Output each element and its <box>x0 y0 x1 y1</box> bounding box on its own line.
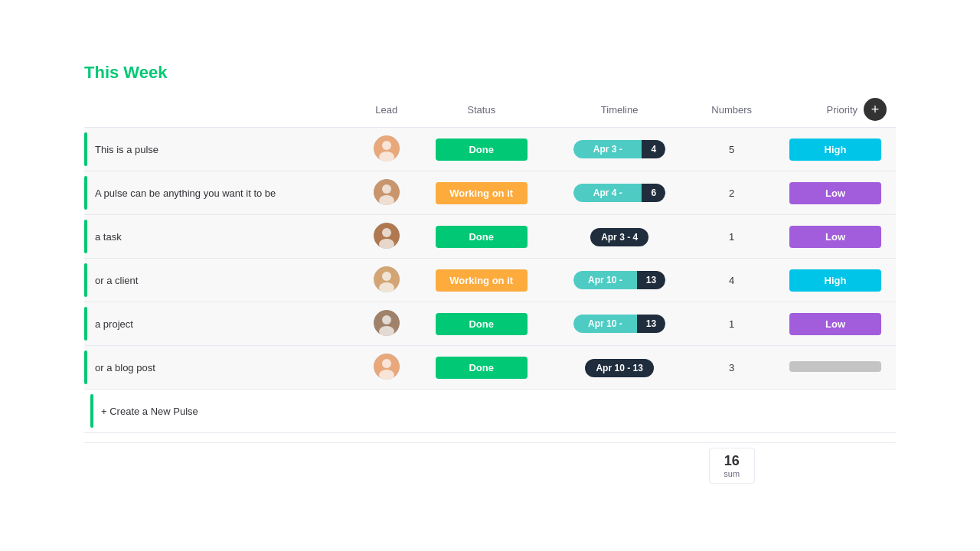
timeline-badge: Apr 10 - 13 <box>573 269 665 292</box>
row-priority-cell[interactable]: Low <box>775 215 896 259</box>
priority-badge: Low <box>789 313 881 335</box>
timeline-badge: Apr 4 - 6 <box>573 181 665 204</box>
create-pulse-label[interactable]: + Create a New Pulse <box>101 406 198 417</box>
row-lead-cell[interactable] <box>361 171 413 215</box>
status-badge: Done <box>436 313 528 335</box>
timeline-badge: Apr 10 - 13 <box>573 312 665 335</box>
status-badge: Working on it <box>436 269 528 292</box>
avatar <box>374 135 400 161</box>
summary-numbers-cell: 16 sum <box>688 443 775 489</box>
row-priority-cell[interactable] <box>775 346 896 390</box>
priority-badge <box>789 361 881 372</box>
row-number-cell: 5 <box>688 128 775 171</box>
row-number-cell: 2 <box>688 171 775 215</box>
col-header-name <box>84 92 361 128</box>
row-timeline-cell[interactable]: Apr 10 - 13 <box>550 346 688 390</box>
timeline-badge: Apr 10 - 13 <box>585 359 653 377</box>
col-header-timeline: Timeline <box>550 92 688 128</box>
create-pulse-cell[interactable]: + Create a New Pulse <box>84 390 896 433</box>
row-timeline-cell[interactable]: Apr 10 - 13 <box>550 302 688 346</box>
svg-point-16 <box>382 359 391 368</box>
table-row: a task DoneApr 3 - 41Low <box>84 215 896 259</box>
priority-badge: High <box>789 269 881 292</box>
create-pulse-row[interactable]: + Create a New Pulse <box>84 390 896 433</box>
row-timeline-cell[interactable]: Apr 3 - 4 <box>550 215 688 259</box>
row-lead-cell[interactable] <box>361 259 413 302</box>
svg-point-1 <box>382 141 391 150</box>
section-title: This Week <box>84 63 896 83</box>
status-badge: Working on it <box>436 182 528 204</box>
row-lead-cell[interactable] <box>361 302 413 346</box>
priority-badge: Low <box>789 226 881 248</box>
row-number-cell: 1 <box>688 302 775 346</box>
row-name-cell[interactable]: a project <box>84 302 361 346</box>
col-header-status: Status <box>413 92 550 128</box>
row-name-cell[interactable]: a task <box>84 215 361 259</box>
row-lead-cell[interactable] <box>361 346 413 390</box>
col-header-lead: Lead <box>361 92 413 128</box>
row-status-cell[interactable]: Done <box>413 215 550 259</box>
row-priority-cell[interactable]: Low <box>775 302 896 346</box>
svg-point-13 <box>382 315 391 324</box>
svg-point-10 <box>382 272 391 281</box>
row-name: a task <box>95 231 122 243</box>
status-badge: Done <box>436 357 528 379</box>
row-timeline-cell[interactable]: Apr 10 - 13 <box>550 259 688 302</box>
row-name: a project <box>95 318 133 330</box>
row-number-cell: 1 <box>688 215 775 259</box>
avatar <box>374 223 400 249</box>
row-name-cell[interactable]: or a blog post <box>84 346 361 390</box>
row-name-cell[interactable]: or a client <box>84 259 361 302</box>
status-badge: Done <box>436 139 528 161</box>
row-timeline-cell[interactable]: Apr 3 - 4 <box>550 128 688 171</box>
row-name: or a client <box>95 275 138 286</box>
avatar <box>374 266 400 292</box>
row-status-cell[interactable]: Done <box>413 128 550 171</box>
avatar <box>374 179 400 205</box>
spacer-row <box>84 433 896 443</box>
summary-row: 16 sum <box>84 443 896 489</box>
table-row: or a blog post DoneApr 10 - 133 <box>84 346 896 390</box>
row-priority-cell[interactable]: Low <box>775 171 896 215</box>
row-name-cell[interactable]: This is a pulse <box>84 128 361 171</box>
sum-value: 16 <box>717 453 746 469</box>
avatar <box>374 310 400 336</box>
table-row: A pulse can be anything you want it to b… <box>84 171 896 215</box>
table-row: or a client Working on it Apr 10 - 13 4H… <box>84 259 896 302</box>
timeline-badge: Apr 3 - 4 <box>573 138 665 161</box>
priority-badge: Low <box>789 182 881 204</box>
table-row: This is a pulse Done Apr 3 - 4 5High <box>84 128 896 171</box>
row-status-cell[interactable]: Done <box>413 302 550 346</box>
timeline-badge: Apr 3 - 4 <box>590 228 648 246</box>
status-badge: Done <box>436 226 528 248</box>
col-header-numbers: Numbers <box>688 92 775 128</box>
row-status-cell[interactable]: Done <box>413 346 550 390</box>
sum-label: sum <box>717 469 746 478</box>
svg-point-7 <box>382 228 391 237</box>
row-name: or a blog post <box>95 362 155 373</box>
row-priority-cell[interactable]: High <box>775 259 896 302</box>
row-name: A pulse can be anything you want it to b… <box>95 187 276 199</box>
row-name: This is a pulse <box>95 144 158 155</box>
add-column-button[interactable]: + <box>864 98 887 121</box>
row-number-cell: 3 <box>688 346 775 390</box>
row-priority-cell[interactable]: High <box>775 128 896 171</box>
svg-point-4 <box>382 184 391 194</box>
row-status-cell[interactable]: Working on it <box>413 259 550 302</box>
row-lead-cell[interactable] <box>361 128 413 171</box>
row-lead-cell[interactable] <box>361 215 413 259</box>
row-number-cell: 4 <box>688 259 775 302</box>
priority-badge: High <box>789 139 881 161</box>
row-status-cell[interactable]: Working on it <box>413 171 550 215</box>
col-header-priority: Priority + <box>775 92 896 128</box>
row-name-cell[interactable]: A pulse can be anything you want it to b… <box>84 171 361 215</box>
table-row: a project Done Apr 10 - 13 1Low <box>84 302 896 346</box>
row-timeline-cell[interactable]: Apr 4 - 6 <box>550 171 688 215</box>
avatar <box>374 354 400 380</box>
